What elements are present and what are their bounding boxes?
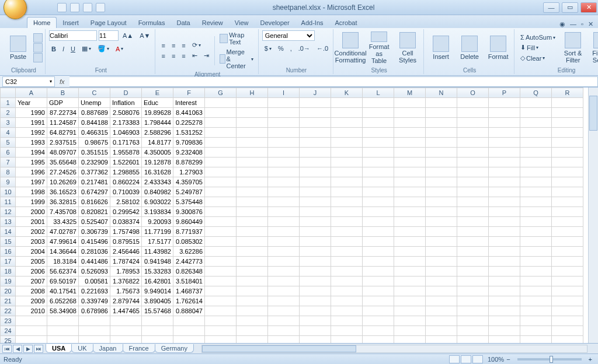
cell-B16[interactable]: 14.36644	[47, 247, 79, 257]
cell-A2[interactable]: 1990	[16, 108, 47, 118]
cell-L13[interactable]	[363, 217, 394, 227]
increase-decimal-button[interactable]: .0→	[296, 44, 312, 53]
cell-C6[interactable]: 0.351515	[79, 148, 110, 158]
zoom-out-button[interactable]: −	[504, 355, 512, 364]
cell-I23[interactable]	[268, 316, 300, 326]
cell-L23[interactable]	[363, 316, 394, 326]
row-header-25[interactable]: 25	[1, 336, 16, 344]
cell-D4[interactable]: 1.046903	[110, 128, 142, 138]
cell-F20[interactable]: 1.468737	[173, 286, 205, 296]
column-header-J[interactable]: J	[300, 88, 331, 98]
cell-Q20[interactable]	[520, 286, 552, 296]
cell-D2[interactable]: 2.508076	[110, 108, 142, 118]
column-header-F[interactable]: F	[173, 88, 205, 98]
cell-I2[interactable]	[268, 108, 300, 118]
cell-K7[interactable]	[331, 158, 363, 167]
cell-J20[interactable]	[300, 286, 331, 296]
cell-O12[interactable]	[457, 207, 489, 217]
cell-B3[interactable]: 11.24587	[47, 118, 79, 128]
font-color-button[interactable]: A▾	[113, 44, 126, 54]
cell-P21[interactable]	[489, 296, 520, 306]
cell-H4[interactable]	[237, 128, 268, 138]
column-header-E[interactable]: E	[142, 88, 173, 98]
cell-O20[interactable]	[457, 286, 489, 296]
cell-F3[interactable]: 0.225278	[173, 118, 205, 128]
cell-A7[interactable]: 1995	[16, 158, 47, 167]
cell-N4[interactable]	[426, 128, 457, 138]
cell-O22[interactable]	[457, 306, 489, 316]
column-header-O[interactable]: O	[457, 88, 489, 98]
row-header-23[interactable]: 23	[1, 316, 16, 326]
cell-L24[interactable]	[363, 326, 394, 336]
minimize-ribbon-button[interactable]: —	[570, 20, 576, 28]
fill-button[interactable]: ⬇ Fill▾	[518, 43, 558, 52]
cell-L19[interactable]	[363, 276, 394, 286]
cell-K1[interactable]	[331, 98, 363, 108]
cell-F22[interactable]: 0.888047	[173, 306, 205, 316]
cell-I6[interactable]	[268, 148, 300, 158]
cell-O18[interactable]	[457, 267, 489, 276]
zoom-level[interactable]: 100%	[488, 356, 504, 363]
cell-R19[interactable]	[552, 276, 583, 286]
cell-A4[interactable]: 1992	[16, 128, 47, 138]
cell-K25[interactable]	[331, 336, 363, 344]
cell-N3[interactable]	[426, 118, 457, 128]
cell-C10[interactable]: 0.674297	[79, 187, 110, 197]
cell-E14[interactable]: 11.77199	[142, 227, 173, 237]
cell-Q13[interactable]	[520, 217, 552, 227]
cell-R9[interactable]	[552, 177, 583, 187]
sheet-tab-japan[interactable]: Japan	[93, 344, 123, 353]
cell-K12[interactable]	[331, 207, 363, 217]
cell-A10[interactable]: 1998	[16, 187, 47, 197]
cell-F6[interactable]: 9.232408	[173, 148, 205, 158]
cell-I17[interactable]	[268, 257, 300, 267]
cell-J19[interactable]	[300, 276, 331, 286]
cell-D9[interactable]: 0.860224	[110, 177, 142, 187]
cell-N22[interactable]	[426, 306, 457, 316]
cut-icon[interactable]	[33, 33, 43, 43]
cell-P13[interactable]	[489, 217, 520, 227]
tab-home[interactable]: Home	[27, 17, 57, 28]
cell-C21[interactable]: 0.339749	[79, 296, 110, 306]
fx-icon[interactable]: fx	[55, 78, 69, 85]
cell-B1[interactable]: GDP	[47, 98, 79, 108]
row-header-11[interactable]: 11	[1, 197, 16, 207]
column-header-M[interactable]: M	[394, 88, 426, 98]
cell-F5[interactable]: 9.709836	[173, 138, 205, 148]
first-sheet-button[interactable]: ⏮	[2, 345, 12, 353]
cell-R20[interactable]	[552, 286, 583, 296]
cell-E18[interactable]: 15.33283	[142, 267, 173, 276]
name-box[interactable]: C32▾	[2, 76, 55, 87]
cell-C8[interactable]: 0.377362	[79, 167, 110, 177]
cell-C11[interactable]: 0.816626	[79, 197, 110, 207]
cell-J11[interactable]	[300, 197, 331, 207]
cell-J12[interactable]	[300, 207, 331, 217]
cell-N5[interactable]	[426, 138, 457, 148]
cell-P12[interactable]	[489, 207, 520, 217]
cell-D7[interactable]: 1.522601	[110, 158, 142, 167]
qat-undo-icon[interactable]	[70, 3, 79, 12]
cell-F11[interactable]: 5.375448	[173, 197, 205, 207]
sheet-tab-uk[interactable]: UK	[71, 344, 93, 353]
cell-H22[interactable]	[237, 306, 268, 316]
cell-F23[interactable]	[173, 316, 205, 326]
row-header-1[interactable]: 1	[1, 98, 16, 108]
increase-indent-button[interactable]: ⇥	[201, 51, 211, 61]
cell-L10[interactable]	[363, 187, 394, 197]
cell-J5[interactable]	[300, 138, 331, 148]
paste-button[interactable]: Paste	[5, 30, 32, 65]
cell-H20[interactable]	[237, 286, 268, 296]
cell-R11[interactable]	[552, 197, 583, 207]
cell-P16[interactable]	[489, 247, 520, 257]
cell-E24[interactable]	[142, 326, 173, 336]
cell-H13[interactable]	[237, 217, 268, 227]
cell-Q3[interactable]	[520, 118, 552, 128]
cell-M14[interactable]	[394, 227, 426, 237]
horizontal-scrollbar[interactable]	[201, 345, 587, 353]
font-size-input[interactable]	[99, 30, 119, 41]
cell-O23[interactable]	[457, 316, 489, 326]
cell-N23[interactable]	[426, 316, 457, 326]
cell-D10[interactable]: 0.710039	[110, 187, 142, 197]
zoom-in-button[interactable]: +	[586, 355, 594, 364]
cell-M6[interactable]	[394, 148, 426, 158]
